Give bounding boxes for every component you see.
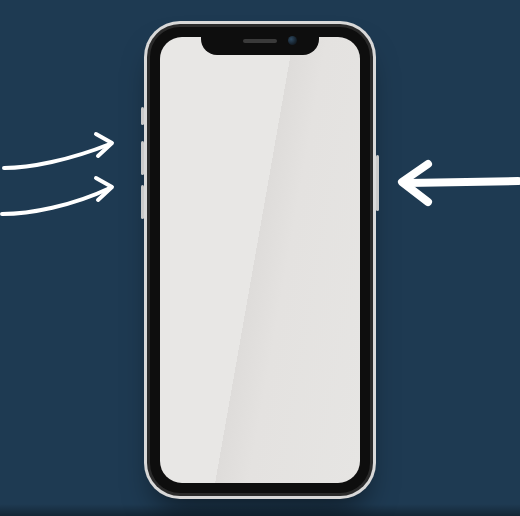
phone-device [144,21,376,499]
speaker-icon [243,39,277,43]
camera-icon [288,36,297,45]
volume-up-button[interactable] [141,141,144,175]
side-power-button[interactable] [376,155,379,211]
volume-down-button[interactable] [141,185,144,219]
phone-notch [201,27,319,55]
arrow-to-power-icon [390,158,520,208]
phone-screen [160,37,360,483]
phone-frame [147,24,373,496]
arrow-to-volume-down-icon [0,162,130,220]
phone-bezel [150,27,370,493]
silence-switch[interactable] [141,107,144,125]
bottom-shadow [0,504,520,516]
